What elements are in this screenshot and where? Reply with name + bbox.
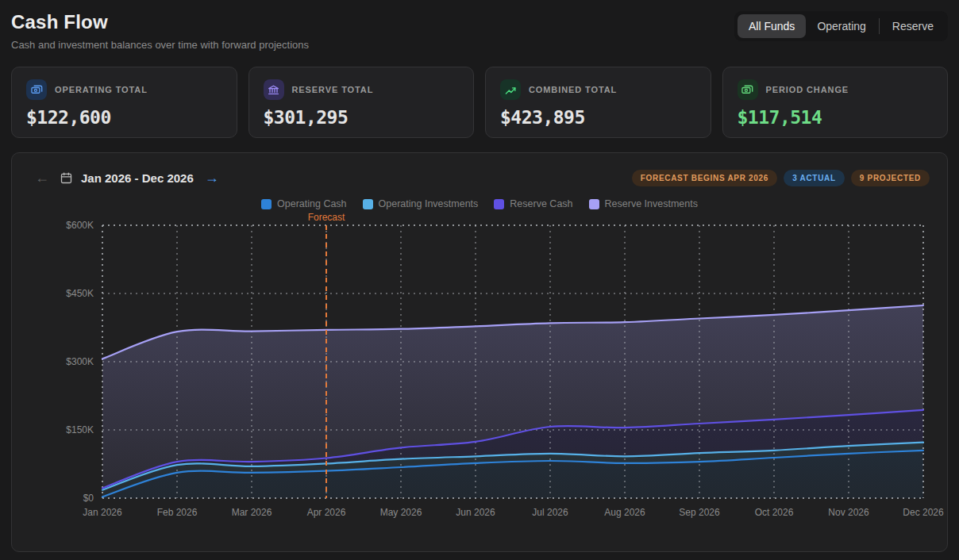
chart-bands <box>102 305 923 498</box>
chart-badges: FORECAST BEGINS APR 2026 3 ACTUAL 9 PROJ… <box>632 170 930 186</box>
calendar-icon <box>60 172 72 184</box>
x-tick-label: Jan 2026 <box>83 507 122 518</box>
stat-value: $301,295 <box>264 107 460 128</box>
y-tick-label: $450K <box>66 288 94 299</box>
x-tick-label: Mar 2026 <box>232 507 272 518</box>
x-tick-label: May 2026 <box>380 507 422 518</box>
legend-item-operating-cash[interactable]: Operating Cash <box>261 198 347 209</box>
legend-swatch <box>494 199 504 209</box>
legend-label: Operating Investments <box>379 198 479 209</box>
legend-swatch <box>589 199 599 209</box>
stat-card-combined-total: COMBINED TOTAL $423,895 <box>485 67 711 138</box>
x-tick-label: Nov 2026 <box>828 507 869 518</box>
legend-swatch <box>363 199 373 209</box>
cash-flow-chart-panel: ← Jan 2026 - Dec 2026 → FORECAST BEGINS … <box>11 152 948 552</box>
stacked-area-chart: Forecast$0$150K$300K$450K$600KJan 2026Fe… <box>33 211 946 527</box>
stat-label: OPERATING TOTAL <box>55 85 148 94</box>
page-header: Cash Flow Cash and investment balances o… <box>11 10 948 51</box>
x-tick-label: Jun 2026 <box>456 507 495 518</box>
stat-card-operating-total: OPERATING TOTAL $122,600 <box>11 67 237 138</box>
projected-count-badge: 9 PROJECTED <box>851 170 930 186</box>
legend-label: Reserve Cash <box>510 198 572 209</box>
actual-count-badge: 3 ACTUAL <box>784 170 845 186</box>
x-tick-label: Apr 2026 <box>307 507 346 518</box>
x-tick-label: Oct 2026 <box>755 507 794 518</box>
x-tick-label: Feb 2026 <box>157 507 198 518</box>
banknotes-icon <box>738 79 758 100</box>
date-range-label: Jan 2026 - Dec 2026 <box>81 171 194 185</box>
bank-icon <box>264 79 284 100</box>
banknotes-icon <box>26 79 47 100</box>
legend-item-operating-investments[interactable]: Operating Investments <box>363 198 479 209</box>
legend-swatch <box>261 199 272 209</box>
stat-value: $117,514 <box>738 107 934 128</box>
forecast-label: Forecast <box>308 212 345 223</box>
x-tick-label: Sep 2026 <box>679 507 720 518</box>
page-header-text: Cash Flow Cash and investment balances o… <box>11 10 309 51</box>
x-tick-label: Dec 2026 <box>903 507 944 518</box>
stat-label: RESERVE TOTAL <box>292 85 374 94</box>
y-tick-label: $300K <box>66 356 94 367</box>
legend-label: Operating Cash <box>277 198 347 209</box>
next-period-button[interactable]: → <box>202 169 221 186</box>
legend-item-reserve-investments[interactable]: Reserve Investments <box>589 198 698 209</box>
tab-divider <box>879 18 880 34</box>
forecast-begins-badge: FORECAST BEGINS APR 2026 <box>632 170 777 186</box>
chart-area: Forecast$0$150K$300K$450K$600KJan 2026Fe… <box>25 211 934 530</box>
date-range-nav: ← Jan 2026 - Dec 2026 → <box>33 169 221 186</box>
trending-up-icon <box>500 79 521 100</box>
y-tick-label: $150K <box>66 424 94 435</box>
chart-legend: Operating CashOperating InvestmentsReser… <box>25 198 934 209</box>
page-subtitle: Cash and investment balances over time w… <box>11 39 309 51</box>
stat-card-period-change: PERIOD CHANGE $117,514 <box>722 67 949 138</box>
stat-label: PERIOD CHANGE <box>766 85 849 94</box>
stat-label: COMBINED TOTAL <box>529 85 617 94</box>
legend-item-reserve-cash[interactable]: Reserve Cash <box>494 198 572 209</box>
legend-label: Reserve Investments <box>605 198 698 209</box>
x-tick-label: Jul 2026 <box>532 507 568 518</box>
prev-period-button[interactable]: ← <box>33 169 52 186</box>
y-tick-label: $0 <box>83 493 94 504</box>
stat-card-reserve-total: RESERVE TOTAL $301,295 <box>248 67 475 138</box>
fund-filter-tabs: All Funds Operating Reserve <box>734 11 948 41</box>
tab-reserve[interactable]: Reserve <box>881 14 945 38</box>
x-tick-label: Aug 2026 <box>604 507 645 518</box>
stat-value: $423,895 <box>500 107 696 128</box>
tab-operating[interactable]: Operating <box>806 14 876 38</box>
stat-cards: OPERATING TOTAL $122,600 RESERVE TOTAL $… <box>11 67 948 138</box>
page-title: Cash Flow <box>11 11 309 33</box>
stat-value: $122,600 <box>26 107 222 128</box>
chart-toolbar: ← Jan 2026 - Dec 2026 → FORECAST BEGINS … <box>25 166 934 186</box>
tab-all-funds[interactable]: All Funds <box>738 14 806 38</box>
y-tick-label: $600K <box>66 220 94 231</box>
